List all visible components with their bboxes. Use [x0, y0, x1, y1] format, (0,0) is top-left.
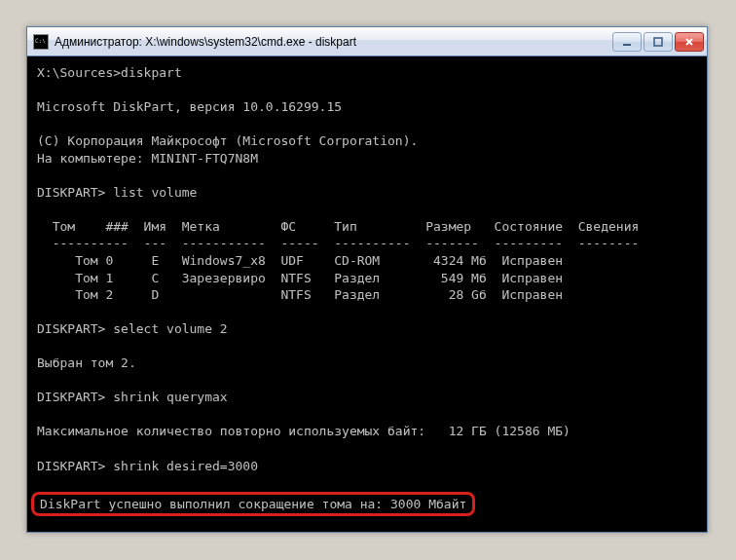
console-line: DISKPART> shrink querymax	[37, 390, 228, 404]
console-line: На компьютере: MININT-FTQ7N8M	[37, 151, 258, 166]
console-line: (C) Корпорация Майкрософт (Microsoft Cor…	[37, 133, 418, 148]
svg-rect-1	[654, 38, 662, 46]
console-line: DISKPART> select volume 2	[37, 321, 228, 336]
maximize-button[interactable]	[644, 32, 673, 52]
titlebar[interactable]: Администратор: X:\windows\system32\cmd.e…	[27, 27, 707, 56]
window-controls	[612, 32, 704, 52]
console-line: DISKPART> list volume	[37, 185, 197, 200]
console-line: Максимальное количество повторно использ…	[37, 424, 570, 438]
table-row: Том 1 C Зарезервиро NTFS Раздел 549 Мб И…	[37, 271, 563, 285]
table-divider: ---------- --- ----------- ----- -------…	[37, 236, 639, 250]
table-row: Том 0 E Windows7_x8 UDF CD-ROM 4324 Мб И…	[37, 253, 563, 268]
table-row: Том 2 D NTFS Раздел 28 Gб Исправен	[37, 287, 563, 302]
close-button[interactable]	[675, 32, 704, 52]
console-line: X:\Sources>diskpart	[37, 65, 182, 80]
command-prompt-window: Администратор: X:\windows\system32\cmd.e…	[26, 26, 708, 533]
success-highlight: DiskPart успешно выполнил сокращение том…	[31, 492, 475, 517]
cmd-icon	[33, 34, 49, 50]
minimize-button[interactable]	[612, 32, 642, 52]
console-output[interactable]: X:\Sources>diskpart Microsoft DiskPart, …	[27, 56, 707, 532]
window-title: Администратор: X:\windows\system32\cmd.e…	[55, 35, 612, 49]
console-line: Выбран том 2.	[37, 355, 136, 370]
success-message: DiskPart успешно выполнил сокращение том…	[40, 497, 466, 511]
table-header: Том ### Имя Метка ФС Тип Размер Состояни…	[37, 219, 639, 234]
console-line: Microsoft DiskPart, версия 10.0.16299.15	[37, 99, 342, 114]
console-line: DISKPART> shrink desired=3000	[37, 459, 258, 473]
